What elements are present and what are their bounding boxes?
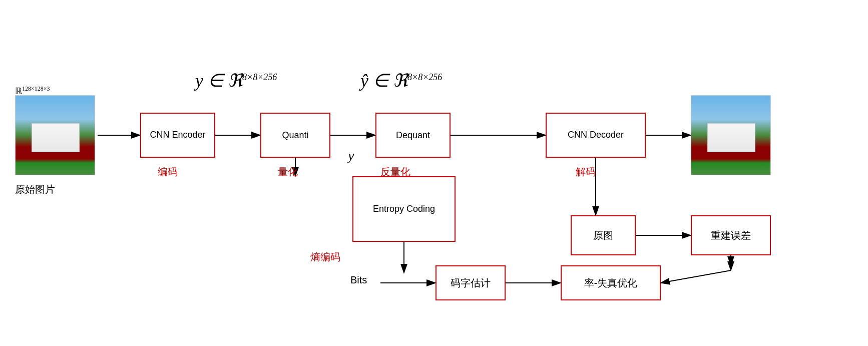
quanti-box: Quanti xyxy=(260,113,330,158)
quantize-label: 量化 xyxy=(278,165,298,179)
dequant-box: Dequant xyxy=(375,113,451,158)
cnn-encoder-box: CNN Encoder xyxy=(140,113,215,158)
y-symbol: y xyxy=(195,71,203,91)
decode-label: 解码 xyxy=(576,165,596,179)
mazi-estimate-box: 码字估计 xyxy=(436,265,506,300)
input-image-visual xyxy=(15,95,95,175)
dequant-label: Dequant xyxy=(396,130,430,141)
rate-distortion-label: 率-失真优化 xyxy=(584,276,638,290)
diagram: ℝ128×128×3 原始图片 CNN Encoder 编码 y ∈ ℜ8×8×… xyxy=(0,0,868,346)
output-image-visual xyxy=(691,95,771,175)
input-dimension-sup: 128×128×3 xyxy=(22,85,50,92)
yhat-symbol: ŷ xyxy=(360,71,368,91)
y-small-label: y xyxy=(348,148,354,164)
y-sup: 8×8×256 xyxy=(242,72,277,82)
yhat-sup: 8×8×256 xyxy=(407,72,442,82)
encode-label: 编码 xyxy=(158,165,178,179)
chongjian-label: 重建误差 xyxy=(711,229,751,242)
cnn-decoder-box: CNN Decoder xyxy=(546,113,646,158)
entropy-coding-label: Entropy Coding xyxy=(373,204,435,214)
bits-label: Bits xyxy=(350,274,367,286)
rate-distortion-box: 率-失真优化 xyxy=(561,265,661,300)
entropy-code-label: 熵编码 xyxy=(310,250,340,264)
yuantu-box: 原图 xyxy=(571,215,636,255)
y-math-label: y ∈ ℜ8×8×256 xyxy=(195,70,277,91)
input-dimension-label: ℝ128×128×3 xyxy=(15,85,50,97)
output-image xyxy=(691,95,771,175)
svg-line-15 xyxy=(661,270,731,283)
yhat-math-label: ŷ ∈ ℜ8×8×256 xyxy=(360,70,442,91)
entropy-coding-box: Entropy Coding xyxy=(352,176,456,242)
quanti-label: Quanti xyxy=(282,130,308,141)
chongjian-box: 重建误差 xyxy=(691,215,771,255)
input-image xyxy=(15,95,95,175)
cnn-encoder-label: CNN Encoder xyxy=(150,129,205,141)
yuantu-label: 原图 xyxy=(593,229,613,242)
cnn-decoder-label: CNN Decoder xyxy=(568,129,624,141)
mazi-estimate-label: 码字估计 xyxy=(451,276,491,290)
original-image-label: 原始图片 xyxy=(15,183,55,196)
